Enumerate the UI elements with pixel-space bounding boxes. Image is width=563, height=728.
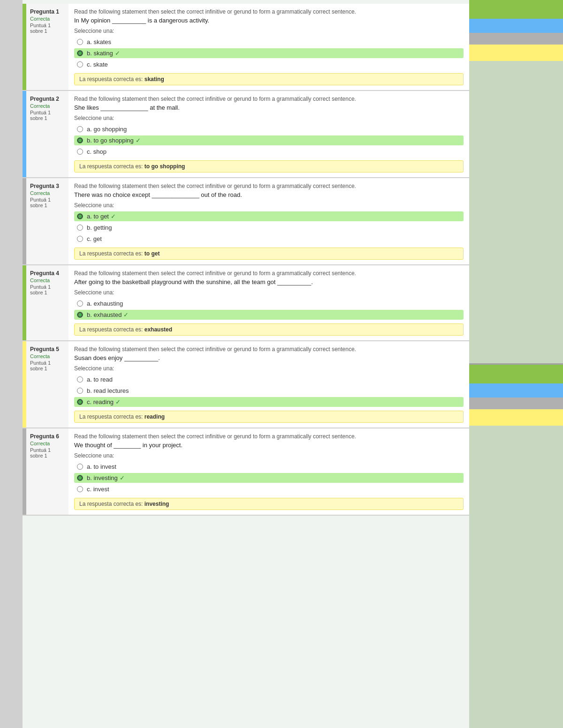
rs-block-5 — [469, 365, 563, 383]
rs-scroll-area-2[interactable] — [469, 426, 563, 728]
radio-3-2[interactable] — [77, 236, 83, 242]
checkmark-icon-2-1: ✓ — [136, 137, 141, 144]
question-status-3: Correcta — [30, 190, 65, 196]
option-label-1-1: b. skating — [87, 50, 113, 57]
correct-answer-banner-6: La respuesta correcta es: investing — [74, 498, 464, 510]
option-label-4-1: b. exhausted — [87, 311, 122, 318]
question-bar-6 — [23, 428, 26, 515]
option-item-3-1[interactable]: b. getting — [74, 223, 464, 233]
question-sentence-6: We thought of ________ in your project. — [74, 442, 464, 449]
checkmark-icon-4-1: ✓ — [123, 311, 129, 318]
radio-1-1[interactable] — [77, 50, 83, 56]
rs-scroll-area-1[interactable] — [469, 61, 563, 363]
option-label-6-0: a. to invest — [87, 463, 116, 470]
radio-1-2[interactable] — [77, 61, 83, 68]
options-list-6: a. to investb. investing ✓c. invest — [74, 462, 464, 494]
radio-4-1[interactable] — [77, 312, 83, 318]
radio-4-0[interactable] — [77, 300, 83, 307]
option-item-2-0[interactable]: a. go shopping — [74, 124, 464, 134]
option-label-2-2: c. shop — [87, 148, 107, 155]
checkmark-icon-1-1: ✓ — [115, 50, 120, 57]
radio-2-1[interactable] — [77, 137, 83, 143]
radio-3-0[interactable] — [77, 213, 83, 219]
radio-6-0[interactable] — [77, 464, 83, 470]
question-block-2: Pregunta 2CorrectaPuntuá 1 sobre 1Read t… — [23, 91, 469, 178]
question-body-1: Read the following statement then select… — [68, 4, 469, 90]
option-item-6-2[interactable]: c. invest — [74, 484, 464, 494]
radio-6-2[interactable] — [77, 486, 83, 492]
question-body-4: Read the following statement then select… — [68, 265, 469, 340]
option-item-5-2[interactable]: c. reading ✓ — [74, 397, 464, 407]
radio-5-1[interactable] — [77, 388, 83, 394]
question-number-5: Pregunta 5 — [30, 346, 65, 353]
select-one-label-2: Seleccione una: — [74, 115, 464, 121]
option-label-2-1: b. to go shopping — [87, 137, 134, 144]
question-instruction-4: Read the following statement then select… — [74, 270, 464, 277]
option-label-5-2: c. reading — [87, 398, 114, 405]
options-list-1: a. skatesb. skating ✓c. skate — [74, 37, 464, 69]
question-block-5: Pregunta 5CorrectaPuntuá 1 sobre 1Read t… — [23, 341, 469, 428]
option-item-6-0[interactable]: a. to invest — [74, 462, 464, 472]
question-status-1: Correcta — [30, 16, 65, 22]
left-sidebar — [0, 0, 23, 728]
question-points-5: Puntuá 1 sobre 1 — [30, 360, 65, 371]
option-item-6-1[interactable]: b. investing ✓ — [74, 473, 464, 483]
option-item-3-0[interactable]: a. to get ✓ — [74, 211, 464, 221]
option-label-3-2: c. get — [87, 235, 102, 242]
option-item-1-2[interactable]: c. skate — [74, 60, 464, 69]
option-item-1-1[interactable]: b. skating ✓ — [74, 48, 464, 58]
option-item-2-2[interactable]: c. shop — [74, 147, 464, 157]
question-status-6: Correcta — [30, 441, 65, 446]
option-item-4-0[interactable]: a. exhausting — [74, 299, 464, 308]
checkmark-icon-6-1: ✓ — [120, 474, 125, 481]
option-label-2-0: a. go shopping — [87, 126, 127, 133]
right-sidebar — [469, 0, 563, 728]
question-sentence-3: There was no choice except _____________… — [74, 191, 464, 198]
question-meta-6: Pregunta 6CorrectaPuntuá 1 sobre 1 — [26, 428, 68, 515]
option-item-3-2[interactable]: c. get — [74, 234, 464, 244]
option-item-4-1[interactable]: b. exhausted ✓ — [74, 310, 464, 320]
option-item-5-0[interactable]: a. to read — [74, 375, 464, 384]
radio-6-1[interactable] — [77, 475, 83, 481]
question-number-4: Pregunta 4 — [30, 270, 65, 277]
question-bar-1 — [23, 4, 26, 90]
question-instruction-1: Read the following statement then select… — [74, 8, 464, 15]
radio-2-2[interactable] — [77, 149, 83, 155]
rs-block-3 — [469, 33, 563, 45]
question-points-6: Puntuá 1 sobre 1 — [30, 447, 65, 458]
option-label-6-2: c. invest — [87, 486, 109, 493]
checkmark-icon-3-0: ✓ — [111, 213, 116, 220]
correct-answer-banner-4: La respuesta correcta es: exhausted — [74, 323, 464, 336]
question-points-2: Puntuá 1 sobre 1 — [30, 110, 65, 121]
question-block-4: Pregunta 4CorrectaPuntuá 1 sobre 1Read t… — [23, 265, 469, 341]
radio-3-1[interactable] — [77, 225, 83, 231]
question-meta-4: Pregunta 4CorrectaPuntuá 1 sobre 1 — [26, 265, 68, 340]
question-sentence-4: After going to the basketball playground… — [74, 278, 464, 285]
select-one-label-5: Seleccione una: — [74, 365, 464, 372]
question-points-4: Puntuá 1 sobre 1 — [30, 284, 65, 295]
question-number-1: Pregunta 1 — [30, 8, 65, 15]
select-one-label-1: Seleccione una: — [74, 28, 464, 34]
question-meta-5: Pregunta 5CorrectaPuntuá 1 sobre 1 — [26, 341, 68, 428]
question-number-6: Pregunta 6 — [30, 433, 65, 440]
radio-5-2[interactable] — [77, 399, 83, 405]
question-instruction-6: Read the following statement then select… — [74, 433, 464, 440]
option-label-3-0: a. to get — [87, 213, 109, 220]
question-instruction-5: Read the following statement then select… — [74, 346, 464, 353]
rs-block-7 — [469, 398, 563, 409]
question-bar-5 — [23, 341, 26, 428]
options-list-4: a. exhaustingb. exhausted ✓ — [74, 299, 464, 320]
radio-5-0[interactable] — [77, 376, 83, 383]
option-item-2-1[interactable]: b. to go shopping ✓ — [74, 135, 464, 145]
rs-block-2 — [469, 19, 563, 33]
option-label-5-1: b. read lectures — [87, 387, 129, 394]
option-label-1-2: c. skate — [87, 61, 108, 68]
question-sentence-5: Susan does enjoy __________. — [74, 354, 464, 361]
options-list-5: a. to readb. read lecturesc. reading ✓ — [74, 375, 464, 407]
option-label-4-0: a. exhausting — [87, 300, 123, 307]
radio-2-0[interactable] — [77, 126, 83, 132]
question-status-4: Correcta — [30, 278, 65, 283]
option-item-1-0[interactable]: a. skates — [74, 37, 464, 47]
option-item-5-1[interactable]: b. read lectures — [74, 386, 464, 396]
radio-1-0[interactable] — [77, 39, 83, 45]
